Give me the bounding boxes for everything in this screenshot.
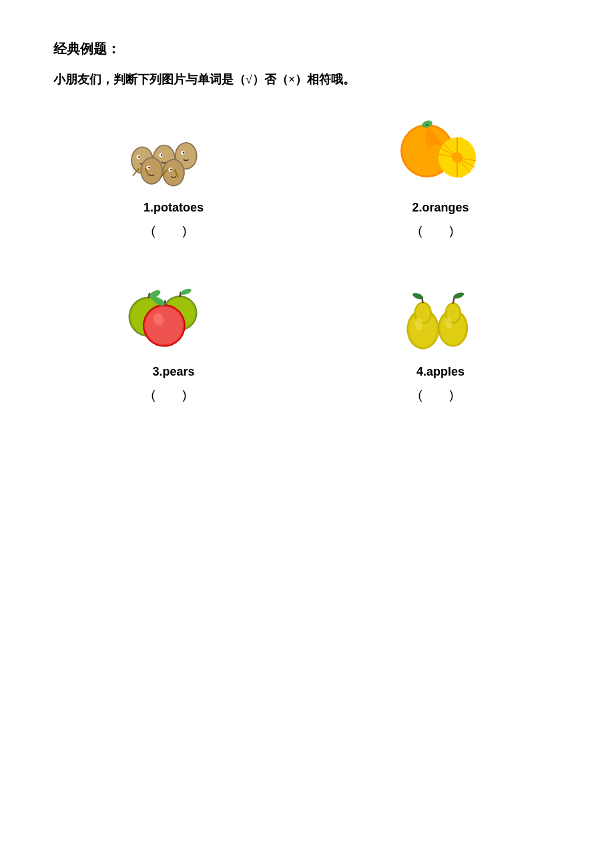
oranges-image [390,107,491,194]
section-title: 经典例题： [53,40,561,58]
item-4: 4.apples ( ) [320,272,561,402]
item-4-label: 4.apples [416,365,465,379]
item-1: 1.potatoes ( ) [53,107,294,238]
svg-point-11 [183,151,185,153]
potatoes-image [123,107,224,194]
svg-point-33 [452,152,463,163]
item-2: 2.oranges ( ) [320,107,561,238]
svg-line-42 [180,292,181,297]
item-3: 3.pears ( ) [53,272,294,402]
exercise-grid: 1.potatoes ( ) [53,107,561,402]
item-2-label: 2.oranges [412,201,469,215]
item-4-bracket: ( ) [416,388,466,402]
svg-point-15 [148,167,150,169]
svg-point-3 [138,156,140,158]
svg-point-17 [164,160,184,185]
item-1-label: 1.potatoes [143,201,204,215]
svg-point-13 [141,158,162,183]
svg-point-46 [145,307,183,344]
apples-image [123,272,224,358]
svg-point-43 [180,288,192,296]
svg-point-19 [170,169,172,171]
svg-point-7 [161,154,163,156]
item-3-label: 3.pears [152,365,194,379]
item-1-bracket: ( ) [149,224,199,238]
pears-image [390,272,491,358]
item-3-bracket: ( ) [149,388,199,402]
instruction: 小朋友们，判断下列图片与单词是（√）否（×）相符哦。 [53,71,561,87]
item-2-bracket: ( ) [416,224,466,238]
